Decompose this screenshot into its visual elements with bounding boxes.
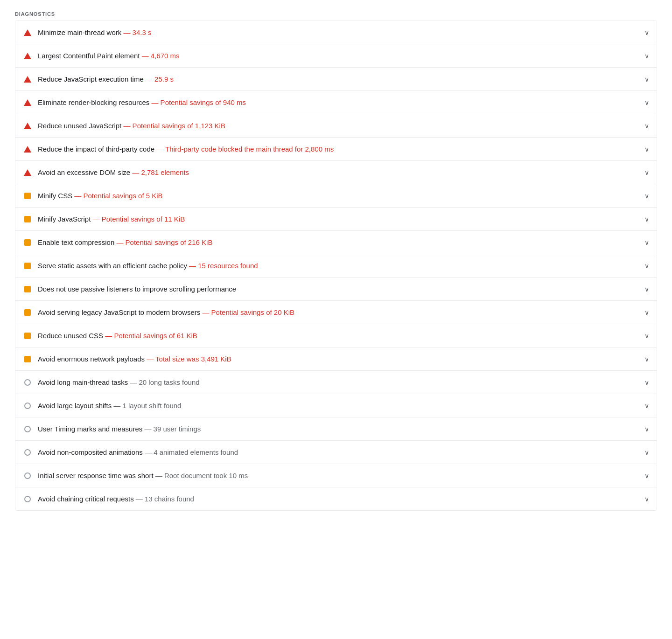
red-triangle-icon: [24, 146, 31, 153]
diag-label: Avoid an excessive DOM size — 2,781 elem…: [38, 167, 189, 177]
orange-square-icon: [24, 216, 31, 222]
diag-item-non-composited[interactable]: Avoid non-composited animations — 4 anim…: [15, 441, 657, 464]
chevron-down-icon[interactable]: ∨: [644, 285, 649, 293]
diag-label: Serve static assets with an efficient ca…: [38, 261, 258, 271]
diag-label: Avoid long main-thread tasks — 20 long t…: [38, 377, 200, 387]
diag-item-minify-css[interactable]: Minify CSS — Potential savings of 5 KiB∨: [15, 184, 657, 208]
diag-detail: — Potential savings of 1,123 KiB: [121, 122, 225, 130]
diag-detail: — 25.9 s: [144, 75, 174, 83]
diag-label: Reduce the impact of third-party code — …: [38, 144, 334, 154]
diag-detail: — 15 resources found: [187, 262, 258, 270]
diag-label: Reduce unused CSS — Potential savings of…: [38, 331, 197, 340]
chevron-down-icon[interactable]: ∨: [644, 169, 649, 176]
gray-circle-icon: [24, 379, 31, 386]
gray-circle-icon: [24, 472, 31, 479]
chevron-down-icon[interactable]: ∨: [644, 472, 649, 479]
diag-label: Enable text compression — Potential savi…: [38, 237, 212, 247]
diag-item-critical-requests[interactable]: Avoid chaining critical requests — 13 ch…: [15, 487, 657, 510]
chevron-down-icon[interactable]: ∨: [644, 192, 649, 200]
chevron-down-icon[interactable]: ∨: [644, 495, 649, 503]
diag-detail: — Potential savings of 20 KiB: [200, 308, 294, 316]
diag-detail: — Third-party code blocked the main thre…: [154, 145, 334, 153]
red-triangle-icon: [24, 169, 31, 176]
orange-square-icon: [24, 309, 31, 316]
diag-label: Avoid non-composited animations — 4 anim…: [38, 447, 238, 457]
chevron-down-icon[interactable]: ∨: [644, 449, 649, 456]
chevron-down-icon[interactable]: ∨: [644, 402, 649, 410]
diag-detail: — 1 layout shift found: [112, 402, 181, 410]
diag-item-third-party-code[interactable]: Reduce the impact of third-party code — …: [15, 138, 657, 161]
diag-item-minify-js[interactable]: Minify JavaScript — Potential savings of…: [15, 208, 657, 231]
diag-label: Initial server response time was short —…: [38, 471, 248, 480]
chevron-down-icon[interactable]: ∨: [644, 52, 649, 60]
diag-label: Reduce JavaScript execution time — 25.9 …: [38, 74, 174, 84]
diag-detail: — Total size was 3,491 KiB: [145, 355, 231, 363]
diag-item-long-main-thread[interactable]: Avoid long main-thread tasks — 20 long t…: [15, 371, 657, 394]
diag-item-cache-policy[interactable]: Serve static assets with an efficient ca…: [15, 254, 657, 278]
diag-label: Largest Contentful Paint element — 4,670…: [38, 51, 180, 61]
chevron-down-icon[interactable]: ∨: [644, 425, 649, 433]
diag-label: Minify CSS — Potential savings of 5 KiB: [38, 191, 163, 201]
diag-detail: — 4,670 ms: [140, 52, 179, 60]
diag-label: Reduce unused JavaScript — Potential sav…: [38, 121, 225, 131]
diag-label: User Timing marks and measures — 39 user…: [38, 424, 201, 434]
diag-item-layout-shifts[interactable]: Avoid large layout shifts — 1 layout shi…: [15, 394, 657, 417]
diag-detail: — 20 long tasks found: [128, 378, 199, 386]
gray-circle-icon: [24, 496, 31, 502]
red-triangle-icon: [24, 123, 31, 129]
gray-circle-icon: [24, 426, 31, 432]
diag-item-eliminate-render-blocking[interactable]: Eliminate render-blocking resources — Po…: [15, 91, 657, 114]
chevron-down-icon[interactable]: ∨: [644, 309, 649, 316]
diag-item-dom-size[interactable]: Avoid an excessive DOM size — 2,781 elem…: [15, 161, 657, 184]
diagnostics-list: Minimize main-thread work — 34.3 s∨Large…: [15, 21, 657, 511]
red-triangle-icon: [24, 29, 31, 36]
diag-item-text-compression[interactable]: Enable text compression — Potential savi…: [15, 231, 657, 254]
chevron-down-icon[interactable]: ∨: [644, 262, 649, 270]
chevron-down-icon[interactable]: ∨: [644, 215, 649, 223]
red-triangle-icon: [24, 76, 31, 83]
diag-detail: — Potential savings of 11 KiB: [91, 215, 185, 223]
diag-item-legacy-js[interactable]: Avoid serving legacy JavaScript to moder…: [15, 301, 657, 324]
diag-item-reduce-unused-js[interactable]: Reduce unused JavaScript — Potential sav…: [15, 114, 657, 138]
diag-item-server-response[interactable]: Initial server response time was short —…: [15, 464, 657, 487]
chevron-down-icon[interactable]: ∨: [644, 239, 649, 246]
diag-item-user-timing[interactable]: User Timing marks and measures — 39 user…: [15, 417, 657, 441]
gray-circle-icon: [24, 449, 31, 456]
diag-detail: — Root document took 10 ms: [154, 472, 248, 479]
diag-detail: — Potential savings of 5 KiB: [72, 192, 162, 200]
red-triangle-icon: [24, 53, 31, 59]
diag-item-unused-css[interactable]: Reduce unused CSS — Potential savings of…: [15, 324, 657, 347]
diag-detail: — Potential savings of 61 KiB: [103, 332, 197, 340]
diag-item-network-payloads[interactable]: Avoid enormous network payloads — Total …: [15, 347, 657, 371]
diag-label: Avoid serving legacy JavaScript to moder…: [38, 307, 294, 317]
diag-detail: — Potential savings of 940 ms: [149, 98, 246, 106]
diag-item-reduce-js-execution[interactable]: Reduce JavaScript execution time — 25.9 …: [15, 68, 657, 91]
diag-detail: — 2,781 elements: [130, 168, 189, 176]
orange-square-icon: [24, 356, 31, 362]
orange-square-icon: [24, 263, 31, 269]
diag-item-largest-contentful-paint[interactable]: Largest Contentful Paint element — 4,670…: [15, 44, 657, 68]
chevron-down-icon[interactable]: ∨: [644, 355, 649, 363]
chevron-down-icon[interactable]: ∨: [644, 122, 649, 130]
chevron-down-icon[interactable]: ∨: [644, 379, 649, 386]
orange-square-icon: [24, 333, 31, 339]
diag-detail: — 13 chains found: [134, 495, 194, 503]
gray-circle-icon: [24, 403, 31, 409]
chevron-down-icon[interactable]: ∨: [644, 99, 649, 106]
chevron-down-icon[interactable]: ∨: [644, 29, 649, 36]
chevron-down-icon[interactable]: ∨: [644, 146, 649, 153]
diag-label: Does not use passive listeners to improv…: [38, 284, 236, 294]
orange-square-icon: [24, 239, 31, 246]
orange-square-icon: [24, 193, 31, 199]
diag-label: Eliminate render-blocking resources — Po…: [38, 97, 246, 107]
chevron-down-icon[interactable]: ∨: [644, 76, 649, 83]
diag-label: Avoid enormous network payloads — Total …: [38, 354, 231, 364]
diag-item-minimize-main-thread[interactable]: Minimize main-thread work — 34.3 s∨: [15, 21, 657, 44]
diag-detail: — Potential savings of 216 KiB: [114, 238, 212, 246]
diag-detail: — 39 user timings: [142, 425, 201, 433]
diag-item-passive-listeners[interactable]: Does not use passive listeners to improv…: [15, 278, 657, 301]
chevron-down-icon[interactable]: ∨: [644, 332, 649, 340]
diag-detail: — 34.3 s: [121, 28, 151, 36]
diag-detail: — 4 animated elements found: [143, 448, 238, 456]
diag-label: Minify JavaScript — Potential savings of…: [38, 214, 185, 224]
